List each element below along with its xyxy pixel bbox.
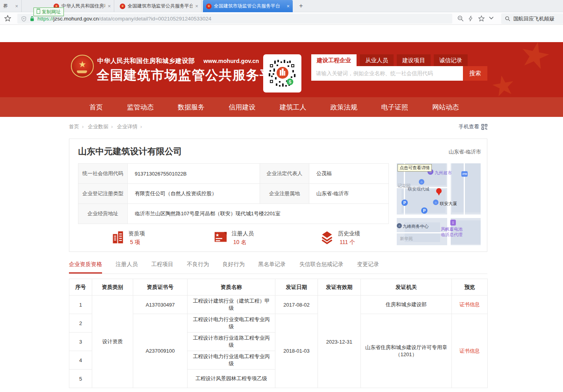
qualification-name: 工程设计风景园林工程专项乙级 (188, 370, 275, 388)
qualification-name: 工程设计建筑行业（建筑工程）甲级 (188, 296, 275, 314)
table-header-row: 序号 资质类别 资质证书号 资质名称 发证日期 发证有效期 发证机关 预览 (69, 279, 488, 296)
stat-registered-personnel[interactable]: ★ 注册人员 10 名 (214, 230, 254, 246)
nav-item-supervision[interactable]: 监管动态 (127, 103, 154, 112)
search-tab-personnel[interactable]: 从业人员 (360, 54, 394, 66)
browser-tab-active[interactable]: ★ 全国建筑市场监管公共服务平台 × (203, 0, 293, 12)
qualification-table: 序号 资质类别 资质证书号 资质名称 发证日期 发证有效期 发证机关 预览 1 … (69, 279, 488, 388)
registration-region-value: 山东省-临沂市 (309, 184, 389, 204)
emblem-favicon-icon: ★ (206, 4, 212, 9)
breadcrumb: 首页 企业数据 企业详情 手机查看 (69, 123, 487, 132)
keyword-search-input[interactable] (311, 66, 463, 81)
nav-item-home[interactable]: 首页 (89, 103, 103, 112)
qualification-name: 工程设计电力行业变电工程专业丙级 (188, 314, 275, 333)
map-label: 联安现代城 (408, 186, 429, 192)
certificate-info-link[interactable]: 证书信息 (459, 348, 480, 354)
col-header: 资质类别 (92, 279, 133, 296)
table-row: 1 设计资质 A137030497 工程设计建筑行业（建筑工程）甲级 2017-… (69, 296, 488, 314)
certificate-info-link[interactable]: 证书信息 (459, 301, 480, 307)
tab-enterprise-qualifications[interactable]: 企业资质资格 (69, 261, 102, 274)
bookmark-star-icon[interactable] (4, 15, 11, 22)
nav-item-data-service[interactable]: 数据服务 (178, 103, 204, 112)
close-icon[interactable]: × (195, 3, 198, 9)
residence-poi-icon: ⌂ (419, 179, 424, 185)
map-label: 临沂总代理 (441, 232, 463, 238)
tab-change-records[interactable]: 变更记录 (357, 261, 379, 272)
emblem-favicon-icon: ★ (120, 4, 125, 9)
nav-item-certificates[interactable]: 电子证照 (381, 103, 408, 112)
flash-extension-icon[interactable] (468, 15, 474, 22)
decorative-star-icon: ★ (489, 68, 518, 97)
close-icon[interactable]: × (15, 3, 18, 9)
ministry-line: 中华人民共和国住房和城乡建设部www.mohurd.gov.cn (97, 57, 259, 65)
close-icon[interactable]: × (108, 3, 111, 9)
breadcrumb-enterprise-data[interactable]: 企业数据 (88, 124, 115, 129)
company-location-map[interactable]: 点击可查看详情 ⌂ 九州超市 ATM 记花园 ⌂ 联安现代城 ⌂ 联安大厦 P … (397, 163, 481, 245)
nav-item-site-news[interactable]: 网站动态 (432, 103, 459, 112)
building-poi-icon: ⌂ (433, 200, 439, 205)
detail-tabs: 企业资质资格 注册人员 工程项目 不良行为 良好行为 黑名单记录 失信联合惩戒记… (69, 261, 487, 274)
search-tab-enterprise[interactable]: 建设工程企业 (311, 54, 357, 66)
row-number: 5 (69, 370, 92, 388)
issue-date: 2017-08-02 (275, 296, 318, 314)
stat-label: 注册人员 (232, 230, 254, 237)
search-suggestion-text: 国航回应飞机颠簸 (513, 15, 554, 22)
row-number: 1 (69, 296, 92, 314)
chevron-down-icon[interactable] (489, 16, 494, 20)
tab-blacklist[interactable]: 黑名单记录 (258, 261, 286, 272)
col-header: 发证机关 (361, 279, 452, 296)
qr-code-icon (481, 124, 487, 130)
credit-code-value: 91371302675501022B (128, 164, 260, 184)
map-label: 九州超市 (435, 170, 452, 176)
search-icon (505, 16, 511, 22)
address-bar[interactable]: https://jzsc.mohurd.gov.cn/data/company/… (17, 14, 452, 24)
close-icon[interactable]: × (286, 3, 290, 9)
nav-item-policy[interactable]: 政策法规 (331, 103, 357, 112)
stat-label: 历史业绩 (338, 230, 360, 237)
copy-url-tooltip: 复制网址 (33, 7, 64, 16)
search-tab-credit[interactable]: 诚信记录 (434, 54, 468, 66)
business-address-value: 临沂市兰山区陶然路107号星河晶都（联安）现代城1号楼2201室 (128, 204, 389, 224)
tab-good-behavior[interactable]: 良好行为 (223, 261, 245, 272)
search-button[interactable]: 搜索 (463, 66, 487, 81)
tab-bad-behavior[interactable]: 不良行为 (187, 261, 209, 272)
tab-registered-personnel[interactable]: 注册人员 (115, 261, 137, 272)
stat-value: 111 个 (338, 239, 360, 246)
decorative-star-icon: ★ (515, 42, 555, 78)
nav-item-credit[interactable]: 信用建设 (229, 103, 255, 112)
atm-poi-icon: ATM (461, 171, 468, 177)
browser-tab-partial[interactable]: 界 × (0, 0, 22, 12)
browser-search-box[interactable]: 国航回应飞机颠簸 (501, 13, 563, 24)
certificate-number: A237009100 (133, 314, 188, 388)
validity-date: 2023-12-31 (318, 296, 361, 388)
nav-item-workers[interactable]: 建筑工人 (280, 103, 307, 112)
new-tab-button[interactable]: + (296, 1, 306, 11)
company-summary-card: 山东中元建筑设计有限公司 山东省-临沂市 统一社会信用代码 9137130267… (69, 139, 487, 252)
breadcrumb-home[interactable]: 首页 (69, 124, 86, 129)
qualification-name: 工程设计电力行业送电工程专业丙级 (188, 351, 275, 370)
secure-lock-icon[interactable] (30, 16, 35, 22)
shield-permissions-icon[interactable] (21, 16, 27, 22)
preview-cell: 证书信息 (452, 314, 488, 388)
tab-title: 全国建筑市场监管公共服务平台 (128, 3, 193, 9)
stat-historical-performance[interactable]: 历史业绩 111 个 (320, 230, 360, 246)
stat-qualifications[interactable]: 资质项 5 项 (111, 230, 145, 246)
tab-title: 界 (3, 3, 13, 9)
row-number: 4 (69, 351, 92, 370)
browser-tabstrip: 界 × ★ 中华人民共和国住房和城乡建设 × ★ 全国建筑市场监管公共服务平台 … (0, 0, 563, 12)
parking-icon: P (421, 207, 427, 214)
zoom-out-icon[interactable] (457, 15, 464, 22)
issuing-authority: 住房和城乡建设部 (361, 296, 452, 314)
col-header: 发证有效期 (318, 279, 361, 296)
url-text: https://jzsc.mohurd.gov.cn/data/company/… (37, 16, 211, 22)
tab-projects[interactable]: 工程项目 (151, 261, 173, 272)
map-pin-icon (436, 188, 442, 194)
mobile-view-button[interactable]: 手机查看 (459, 123, 487, 130)
tab-dishonesty-records[interactable]: 失信联合惩戒记录 (299, 261, 344, 272)
breadcrumb-enterprise-detail[interactable]: 企业详情 (117, 124, 145, 129)
issue-date: 2018-01-03 (275, 314, 318, 388)
search-tab-project[interactable]: 建设项目 (397, 54, 431, 66)
browser-tab-jzsc[interactable]: ★ 全国建筑市场监管公共服务平台 × (117, 0, 202, 12)
map-tooltip: 点击可查看详情 (398, 164, 432, 172)
col-header: 发证日期 (275, 279, 318, 296)
favorite-star-icon[interactable] (478, 15, 485, 22)
